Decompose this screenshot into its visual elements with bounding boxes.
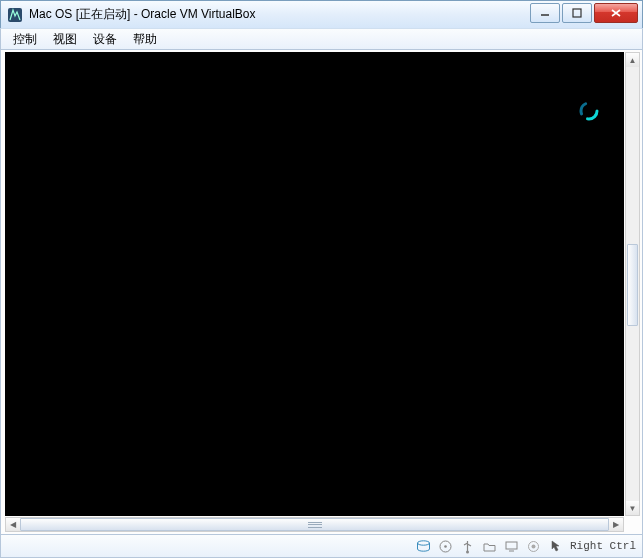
shared-folder-icon[interactable] xyxy=(482,538,498,554)
horizontal-scroll-track[interactable] xyxy=(20,518,609,531)
close-button[interactable] xyxy=(594,3,638,23)
loading-spinner-icon xyxy=(578,100,600,122)
maximize-button[interactable] xyxy=(562,3,592,23)
svg-rect-2 xyxy=(573,9,581,17)
optical-drive-icon[interactable] xyxy=(438,538,454,554)
app-icon xyxy=(7,7,23,23)
scroll-right-arrow-icon[interactable]: ▶ xyxy=(609,518,623,531)
vm-display[interactable] xyxy=(5,52,624,516)
client-area: ▲ ▼ ◀ ▶ xyxy=(0,50,643,534)
window-title: Mac OS [正在启动] - Oracle VM VirtualBox xyxy=(29,6,256,23)
menu-help[interactable]: 帮助 xyxy=(125,29,165,50)
mouse-integration-icon[interactable] xyxy=(548,538,564,554)
recording-icon[interactable] xyxy=(526,538,542,554)
scroll-left-arrow-icon[interactable]: ◀ xyxy=(6,518,20,531)
menu-devices[interactable]: 设备 xyxy=(85,29,125,50)
menu-view[interactable]: 视图 xyxy=(45,29,85,50)
svg-point-5 xyxy=(418,540,430,544)
scroll-down-arrow-icon[interactable]: ▼ xyxy=(626,501,639,515)
display-icon[interactable] xyxy=(504,538,520,554)
usb-icon[interactable] xyxy=(460,538,476,554)
window-titlebar: Mac OS [正在启动] - Oracle VM VirtualBox xyxy=(0,0,643,28)
menu-bar: 控制 视图 设备 帮助 xyxy=(0,28,643,50)
minimize-button[interactable] xyxy=(530,3,560,23)
window-controls xyxy=(528,3,638,23)
menu-control[interactable]: 控制 xyxy=(5,29,45,50)
svg-point-8 xyxy=(466,550,469,553)
svg-point-7 xyxy=(445,545,448,548)
vertical-scroll-thumb[interactable] xyxy=(627,244,638,326)
horizontal-scrollbar[interactable]: ◀ ▶ xyxy=(5,517,624,532)
svg-point-12 xyxy=(532,544,536,548)
svg-rect-9 xyxy=(506,542,517,549)
horizontal-scroll-thumb[interactable] xyxy=(20,518,609,531)
hard-disk-icon[interactable] xyxy=(416,538,432,554)
status-bar: Right Ctrl xyxy=(0,534,643,558)
host-key-label: Right Ctrl xyxy=(570,540,636,552)
vertical-scrollbar[interactable]: ▲ ▼ xyxy=(625,52,640,516)
scroll-up-arrow-icon[interactable]: ▲ xyxy=(626,53,639,67)
